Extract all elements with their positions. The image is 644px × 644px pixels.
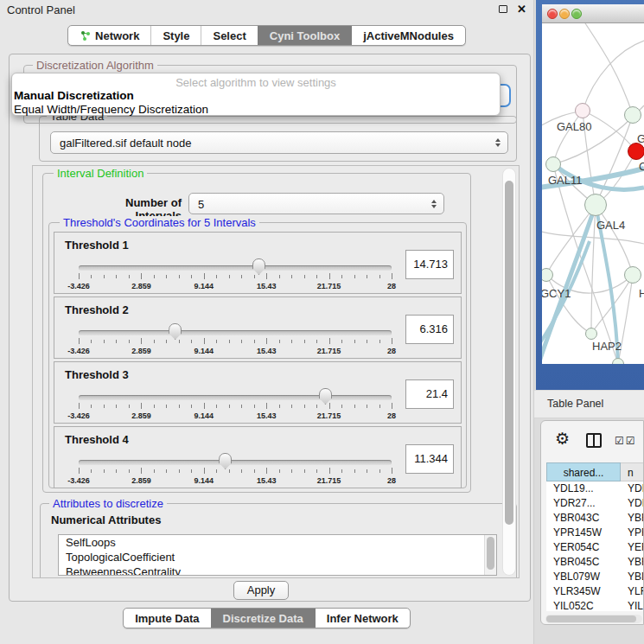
- table-panel-title: Table Panel: [547, 398, 603, 410]
- slider-ticks: [79, 338, 392, 346]
- tab-label: Discretize Data: [223, 612, 303, 625]
- attributes-list-scrollbar[interactable]: [484, 535, 496, 575]
- network-node[interactable]: [584, 194, 607, 216]
- apply-button[interactable]: Apply: [233, 581, 289, 600]
- column-checkboxes-icon[interactable]: ☑☑: [615, 435, 637, 447]
- threshold-slider[interactable]: -3.4262.8599.14415.4321.71528: [79, 392, 392, 419]
- tab-label: Style: [163, 29, 189, 42]
- table-data-combobox[interactable]: galFiltered.sif default node: [50, 131, 508, 154]
- table-data-group: Table Data galFiltered.sif default node: [39, 116, 517, 162]
- network-node[interactable]: [624, 266, 641, 284]
- table-horizontal-scrollbar[interactable]: [545, 615, 642, 623]
- tab-style[interactable]: Style: [150, 26, 201, 45]
- tab-infer-network[interactable]: Infer Network: [315, 609, 410, 628]
- group-title-discretization-algorithm: Discretization Algorithm: [33, 59, 157, 72]
- table-row[interactable]: YBR043CYBR0: [546, 511, 644, 526]
- threshold-slider[interactable]: -3.4262.8599.14415.4321.71528: [79, 456, 392, 484]
- threshold-value-field[interactable]: 11.344: [405, 444, 454, 474]
- zoom-button[interactable]: [571, 9, 582, 19]
- dropdown-option-equal-width-frequency[interactable]: Equal Width/Frequency Discretization: [12, 103, 500, 117]
- tab-label: Infer Network: [327, 612, 399, 625]
- table-row[interactable]: YDL19...YDL1: [546, 481, 644, 496]
- control-panel: Control Panel ✕ Network Style Select Cyn…: [0, 0, 534, 644]
- number-of-intervals-combobox[interactable]: 5: [188, 193, 444, 214]
- column-header-name[interactable]: n: [621, 462, 644, 481]
- tab-label: Cyni Toolbox: [270, 29, 340, 42]
- network-node-label: GAL4: [596, 219, 625, 232]
- network-node-label: GAL11: [548, 174, 583, 187]
- bottom-tab-bar: Impute Data Discretize Data Infer Networ…: [0, 608, 533, 628]
- threshold-label: Threshold 1: [65, 239, 129, 252]
- threshold-label: Threshold 3: [65, 368, 129, 381]
- table-panel: ⚙ ☑☑ shared... n YDL19...YDL1YDR27...YDR…: [540, 420, 644, 625]
- network-node[interactable]: [585, 328, 597, 340]
- table-row[interactable]: YBL079WYBL0: [546, 570, 644, 584]
- attribute-item[interactable]: BetweennessCentrality: [59, 564, 496, 576]
- table-row[interactable]: YPR145WYPR1: [546, 526, 644, 540]
- column-header-shared[interactable]: shared...: [546, 462, 621, 481]
- slider-ticks: [79, 403, 392, 411]
- split-columns-icon[interactable]: [586, 433, 602, 448]
- network-view-window: GAL80GACGAL11GAL4GCY1HHAP2: [536, 0, 644, 390]
- interval-definition-group: Interval Definition Number of Intervals …: [42, 173, 471, 493]
- table-rows: YDL19...YDL1YDR27...YDR2YBR043CYBR0YPR14…: [546, 481, 644, 611]
- slider-ticks: [79, 273, 392, 281]
- tab-network[interactable]: Network: [68, 26, 150, 45]
- attributes-list[interactable]: SelfLoopsTopologicalCoefficientBetweenne…: [58, 534, 497, 576]
- table-row[interactable]: YER054CYER0: [546, 540, 644, 555]
- tab-label: Select: [213, 29, 245, 42]
- settings-scrollpane: Interval Definition Number of Intervals …: [32, 165, 520, 578]
- threshold-value-field[interactable]: 21.4: [405, 379, 454, 409]
- float-window-icon[interactable]: [499, 5, 507, 13]
- threshold-panel: Threshold 3 -3.4262.8599.14415.4321.7152…: [54, 361, 462, 424]
- network-node[interactable]: [545, 156, 561, 172]
- attribute-item[interactable]: SelfLoops: [59, 535, 496, 550]
- threshold-value-field[interactable]: 14.713: [405, 250, 454, 279]
- table-panel-titlebar: Table Panel: [534, 391, 644, 418]
- scrollbar-thumb[interactable]: [546, 615, 636, 622]
- tab-jactivemnodules[interactable]: jActiveMNodules: [351, 26, 465, 45]
- number-of-intervals-value: 5: [198, 194, 204, 215]
- close-button[interactable]: [547, 9, 558, 19]
- network-node-label: GAL80: [557, 120, 591, 133]
- settings-vertical-scrollbar[interactable]: [502, 168, 516, 576]
- tab-cyni-toolbox[interactable]: Cyni Toolbox: [258, 26, 351, 45]
- slider-track[interactable]: [79, 265, 392, 271]
- threshold-slider[interactable]: -3.4262.8599.14415.4321.71528: [79, 262, 392, 290]
- tab-impute-data[interactable]: Impute Data: [124, 609, 210, 628]
- threshold-panel: Threshold 1 -3.4262.8599.14415.4321.7152…: [54, 232, 462, 294]
- network-node[interactable]: [628, 143, 644, 160]
- network-canvas[interactable]: GAL80GACGAL11GAL4GCY1HHAP2: [542, 23, 644, 364]
- combo-spinner-icon: [495, 136, 501, 150]
- numerical-attributes-label: Numerical Attributes: [51, 513, 161, 526]
- tab-select[interactable]: Select: [201, 26, 257, 45]
- network-node-label: GCY1: [542, 287, 571, 300]
- tab-discretize-data[interactable]: Discretize Data: [211, 609, 315, 628]
- algorithm-dropdown-popup: Select algorithm to view settings Manual…: [11, 73, 501, 116]
- settings-gear-icon[interactable]: ⚙: [555, 429, 570, 449]
- scrollbar-thumb[interactable]: [505, 181, 513, 525]
- threshold-slider[interactable]: -3.4262.8599.14415.4321.71528: [79, 327, 392, 354]
- table-row[interactable]: YBR045CYBR0: [546, 555, 644, 570]
- slider-ticks: [79, 468, 392, 475]
- table-row[interactable]: YIL052CYIL0: [546, 599, 644, 611]
- dropdown-option-manual-discretization[interactable]: Manual Discretization: [12, 89, 500, 103]
- tab-label: Network: [95, 29, 139, 42]
- table-row[interactable]: YDR27...YDR2: [546, 496, 644, 511]
- slider-track[interactable]: [79, 395, 392, 400]
- slider-track[interactable]: [79, 460, 392, 465]
- top-tab-bar: Network Style Select Cyni Toolbox jActiv…: [0, 25, 533, 46]
- network-node[interactable]: [624, 106, 641, 124]
- slider-track[interactable]: [79, 330, 392, 335]
- right-region: GAL80GACGAL11GAL4GCY1HHAP2 Table Panel ⚙…: [534, 0, 644, 644]
- attribute-item[interactable]: TopologicalCoefficient: [59, 550, 496, 564]
- network-node[interactable]: [612, 358, 624, 364]
- close-icon[interactable]: ✕: [517, 3, 526, 16]
- group-title-interval-definition: Interval Definition: [54, 167, 147, 180]
- network-node[interactable]: [575, 103, 590, 118]
- table-row[interactable]: YLR345WYLR3: [546, 584, 644, 599]
- minimize-button[interactable]: [559, 9, 570, 19]
- threshold-value-field[interactable]: 6.316: [405, 315, 454, 344]
- threshold-panel: Threshold 4 -3.4262.8599.14415.4321.7152…: [54, 426, 462, 488]
- table-header: shared... n: [546, 462, 644, 481]
